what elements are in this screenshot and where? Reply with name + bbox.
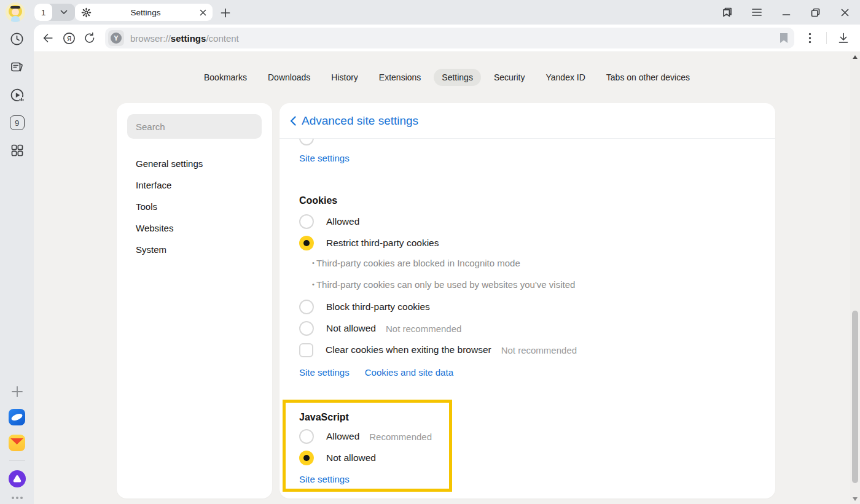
tab-title: Settings (92, 8, 200, 17)
javascript-section-highlight: JavaScript Allowed Recommended Not allow… (283, 400, 452, 492)
tab-counter[interactable]: 1 (34, 4, 75, 21)
radio-option-cookies-not-allowed: Not allowed Not recommended (299, 321, 775, 336)
nav-history[interactable]: History (323, 69, 366, 86)
restore-icon[interactable] (809, 6, 822, 19)
radio-option-js-allowed: Allowed Recommended (299, 429, 449, 444)
site-settings-link-js[interactable]: Site settings (299, 474, 350, 484)
radio-button[interactable] (299, 300, 314, 314)
content-scroll-area: Site settings Cookies Allowed Restrict t… (280, 139, 775, 498)
kebab-menu-icon[interactable] (799, 28, 820, 48)
rail-divider (9, 460, 25, 461)
url-text[interactable]: browser://settings/content (130, 33, 780, 44)
recommended-note: Recommended (369, 432, 432, 442)
alice-app-icon[interactable] (9, 470, 26, 487)
cookies-bullet-2: Third-party cookies can only be used by … (312, 279, 775, 291)
yandex-icon[interactable]: Я (58, 28, 79, 48)
cookies-and-site-data-link[interactable]: Cookies and site data (365, 367, 453, 378)
radio-button[interactable] (299, 214, 314, 229)
content-header: Advanced site settings (280, 103, 775, 139)
back-icon[interactable] (37, 28, 58, 48)
browser-window: 1 Settings (0, 0, 860, 504)
add-icon[interactable] (9, 384, 25, 400)
tab-strip: 1 Settings (0, 0, 860, 25)
nav-security[interactable]: Security (486, 69, 533, 86)
not-recommended-note: Not recommended (386, 324, 461, 334)
radio-option-cookies-allowed: Allowed (299, 214, 775, 229)
radio-option-js-not-allowed: Not allowed (299, 451, 449, 465)
nav-downloads[interactable]: Downloads (260, 69, 318, 86)
radio-button[interactable] (299, 236, 314, 250)
not-recommended-note: Not recommended (501, 345, 577, 355)
close-tab-icon[interactable] (200, 9, 206, 16)
profile-avatar[interactable] (6, 2, 25, 22)
browser-surface: Я Y browser://settings/content (34, 25, 860, 504)
scrollbar[interactable] (850, 52, 860, 504)
more-icon[interactable] (12, 497, 23, 499)
checkbox-clear-cookies: Clear cookies when exiting the browser N… (299, 343, 775, 357)
scroll-up-icon[interactable] (853, 55, 858, 59)
yandex-letter: Я (66, 34, 71, 42)
sidebar-item-interface[interactable]: Interface (127, 174, 262, 196)
apps-grid-icon[interactable] (9, 142, 25, 158)
panels-icon[interactable] (721, 6, 733, 19)
radio-button[interactable] (299, 429, 314, 444)
content-panel: Advanced site settings Site settings Coo… (280, 103, 775, 498)
history-icon[interactable] (9, 31, 25, 47)
nav-settings[interactable]: Settings (434, 69, 481, 86)
radio-button[interactable] (299, 321, 314, 336)
chevron-down-icon[interactable] (52, 4, 75, 21)
menu-icon[interactable] (750, 6, 763, 19)
cookies-links: Site settings Cookies and site data (299, 367, 775, 378)
site-settings-link-cookies[interactable]: Site settings (299, 367, 350, 378)
protect-icon[interactable]: Y (108, 30, 124, 46)
media-icon[interactable] (9, 87, 25, 103)
clipped-radio-button[interactable] (299, 139, 314, 145)
download-icon[interactable] (833, 28, 854, 48)
radio-button[interactable] (299, 451, 314, 465)
tab-settings[interactable]: Settings (75, 4, 213, 21)
search-input[interactable] (127, 114, 262, 139)
scroll-down-icon[interactable] (853, 497, 858, 501)
sidebar-item-system[interactable]: System (127, 239, 262, 260)
nav-bookmarks[interactable]: Bookmarks (196, 69, 255, 86)
settings-top-nav: Bookmarks Downloads History Extensions S… (34, 69, 860, 86)
sidebar-item-general[interactable]: General settings (127, 153, 262, 174)
settings-page: Bookmarks Downloads History Extensions S… (34, 52, 860, 504)
sidebar-item-tools[interactable]: Tools (127, 196, 262, 217)
new-tab-button[interactable] (219, 6, 232, 20)
cookies-bullet-1: Third-party cookies are blocked in Incog… (312, 258, 775, 269)
badge-9-icon[interactable]: 9 (10, 115, 25, 130)
close-icon[interactable] (838, 6, 851, 19)
disk-app-icon[interactable] (9, 409, 25, 425)
tab-count[interactable]: 1 (34, 4, 52, 21)
refresh-icon[interactable] (79, 28, 100, 48)
side-rail: 9 (0, 25, 34, 504)
sidebar-item-websites[interactable]: Websites (127, 217, 262, 239)
scrollbar-thumb[interactable] (852, 311, 858, 483)
bookmark-icon[interactable] (780, 33, 788, 44)
nav-extensions[interactable]: Extensions (371, 69, 429, 86)
radio-option-block-third-party: Block third-party cookies (299, 300, 775, 314)
settings-sidebar: General settings Interface Tools Website… (117, 103, 272, 498)
toolbar-divider (826, 32, 827, 44)
site-settings-link-top[interactable]: Site settings (299, 153, 350, 163)
cookies-heading: Cookies (299, 195, 775, 206)
address-bar[interactable]: Y browser://settings/content (105, 28, 794, 48)
checkbox[interactable] (299, 343, 313, 357)
page-title[interactable]: Advanced site settings (302, 114, 418, 128)
nav-yandex-id[interactable]: Yandex ID (538, 69, 593, 86)
back-chevron-icon[interactable] (290, 116, 296, 126)
feed-icon[interactable] (9, 59, 25, 75)
nav-tabs-other-devices[interactable]: Tabs on other devices (598, 69, 698, 86)
toolbar: Я Y browser://settings/content (34, 25, 860, 52)
radio-option-restrict-third-party: Restrict third-party cookies (299, 236, 775, 250)
javascript-heading: JavaScript (299, 412, 449, 423)
mail-app-icon[interactable] (9, 435, 25, 451)
minimize-icon[interactable] (780, 6, 792, 19)
window-controls (721, 0, 855, 25)
gear-icon (81, 7, 92, 18)
